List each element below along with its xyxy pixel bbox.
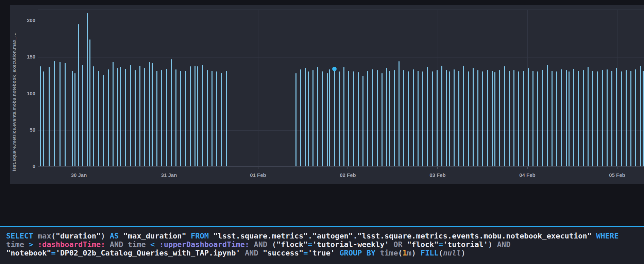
data-spike: [120, 67, 121, 166]
data-spike: [329, 69, 330, 166]
query-text-line: time > :dashboardTime: AND time < :upper…: [6, 240, 644, 249]
data-spike: [607, 69, 608, 166]
data-spike: [487, 70, 488, 166]
data-spike: [399, 61, 400, 166]
data-spike: [504, 66, 505, 166]
query-token-pn: (: [51, 232, 55, 240]
data-spike: [65, 63, 66, 166]
query-token-str: "flock": [407, 240, 439, 249]
query-token-fn: AND: [240, 249, 263, 257]
query-text-line: "notebook"='DP02_02b_Catalog_Queries_wit…: [6, 249, 644, 257]
query-token-kw: FROM: [191, 232, 209, 240]
data-spike: [494, 72, 495, 166]
data-spike: [221, 73, 222, 166]
data-spike: [482, 71, 483, 166]
plot-area[interactable]: [38, 10, 644, 166]
query-token-kw: AS: [110, 232, 119, 240]
data-spike: [156, 71, 157, 166]
data-spike: [458, 71, 459, 166]
y-tick-label: 100: [10, 90, 35, 97]
data-spike: [161, 70, 162, 166]
data-spike: [556, 71, 557, 166]
query-editor[interactable]: SELECT max("duration") AS "max_duration"…: [0, 226, 644, 264]
query-token-str: "success": [263, 249, 303, 257]
data-spike: [427, 67, 428, 166]
data-spike: [98, 71, 99, 166]
data-spike: [339, 71, 340, 166]
data-spike: [394, 70, 395, 166]
chart-panel: lsst.square.metrics.events.mobu.notebook…: [10, 5, 644, 184]
data-spike: [513, 70, 514, 166]
data-spike: [468, 71, 469, 166]
data-spike: [180, 71, 181, 166]
data-spike: [87, 13, 88, 166]
query-token-kw: SELECT: [6, 232, 38, 240]
data-spike: [295, 73, 296, 166]
x-tick-label: 01 Feb: [243, 172, 273, 178]
query-token-fn: AND: [249, 240, 272, 249]
query-token-fn: AND: [105, 240, 128, 249]
data-spike: [49, 67, 50, 166]
x-tick-label: 05 Feb: [602, 172, 632, 178]
x-tick-label: 04 Feb: [512, 172, 543, 178]
data-spike: [327, 73, 328, 166]
query-token-fn: time: [6, 240, 29, 249]
data-spike: [389, 71, 390, 166]
query-token-pn: ): [411, 249, 421, 257]
x-tick-mark: [617, 167, 617, 169]
data-spike: [93, 66, 94, 166]
query-token-kw: >: [29, 240, 38, 249]
query-token-str: 'DP02_02b_Catalog_Queries_with_TAP.ipynb…: [56, 249, 240, 257]
x-tick-label: 31 Jan: [154, 172, 184, 178]
y-tick-label: 0: [10, 163, 35, 170]
data-spike: [408, 71, 409, 166]
h-gridline: [38, 21, 644, 21]
data-spike: [82, 65, 83, 166]
data-spike: [566, 70, 567, 166]
query-token-pn: ): [101, 232, 110, 240]
data-spike: [194, 66, 196, 166]
data-spike: [166, 69, 167, 166]
x-tick-mark: [258, 167, 258, 169]
query-token-str: "flock": [276, 240, 308, 249]
data-spike: [547, 65, 548, 166]
data-spike: [135, 70, 136, 166]
query-token-null: null: [443, 249, 461, 257]
data-spike: [446, 70, 447, 166]
data-spike: [492, 71, 493, 166]
query-token-pn: (: [398, 249, 402, 257]
h-gridline: [38, 130, 644, 131]
query-token-kw: =: [303, 249, 308, 257]
data-spike: [372, 69, 373, 166]
data-spike: [635, 69, 636, 166]
data-spike: [441, 66, 442, 166]
data-spike: [643, 71, 644, 166]
data-spike: [89, 39, 90, 166]
data-spike: [449, 71, 450, 166]
data-spike: [312, 70, 313, 166]
data-spike: [171, 59, 172, 166]
v-gridline: [438, 10, 438, 166]
data-spike: [125, 69, 126, 166]
data-spike: [528, 68, 529, 166]
data-spike: [207, 70, 208, 166]
query-token-str: "lsst.square.metrics.events.mobu.noteboo…: [357, 232, 596, 240]
query-token-fn: max: [38, 232, 51, 240]
query-token-pn: .: [308, 232, 312, 240]
data-spike: [588, 67, 589, 166]
h-gridline: [38, 57, 644, 57]
x-axis-labels: 30 Jan31 Jan01 Feb02 Feb03 Feb04 Feb05 F…: [38, 172, 644, 181]
query-token-pn: ): [461, 249, 465, 257]
data-spike: [54, 61, 55, 166]
data-spike: [616, 68, 617, 166]
data-spike: [418, 71, 419, 166]
query-token-purple: :upperDashboardTime:: [159, 240, 249, 249]
query-token-kw: =: [308, 240, 312, 249]
x-tick-mark: [437, 167, 438, 169]
data-spike: [561, 69, 562, 166]
y-tick-label: 200: [10, 17, 35, 24]
data-spike: [144, 68, 145, 166]
h-gridline: [38, 94, 644, 94]
x-tick-label: 03 Feb: [422, 172, 453, 178]
data-spike: [74, 73, 75, 166]
